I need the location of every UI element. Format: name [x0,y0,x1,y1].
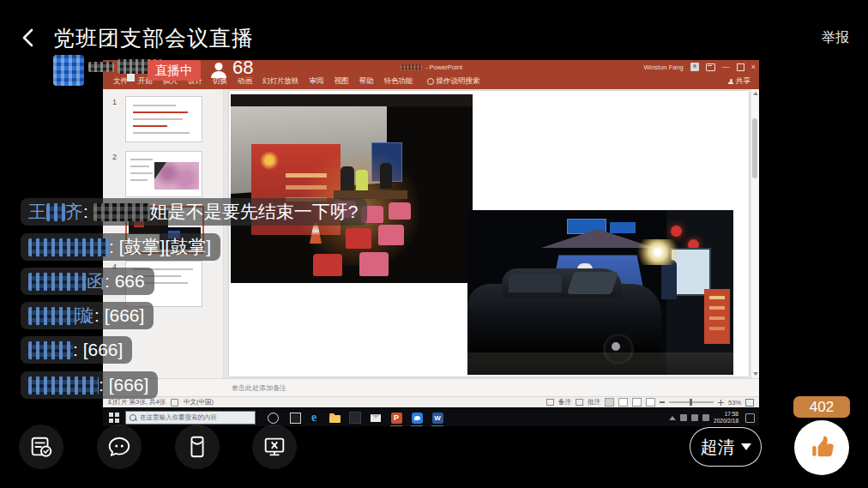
pedestrian-figure [661,260,677,299]
slide-number: 3 [112,208,117,216]
red-lantern [671,226,682,237]
cortana-icon [268,413,279,424]
taskbar-search-box: 在这里输入你要搜索的内容 [125,411,256,425]
thumb-photo [160,227,201,250]
status-bar-right: 备注 批注 53% [546,398,754,407]
stop-screen-share-button[interactable] [252,425,297,469]
notes-toggle-icon [546,399,554,406]
slide-thumbnail-2 [125,151,202,197]
network-icon [680,414,687,421]
party-emblem [260,151,279,170]
slide-edit-area [224,89,751,378]
slide-sorter-view-icon [618,398,628,407]
reading-view-icon [632,398,642,407]
ribbon-display-icon [706,63,715,71]
ribbon-tab: 特色功能 [379,76,419,87]
plastic-stool [334,201,356,218]
thumb-text-line [133,132,190,134]
black-car [467,284,661,359]
red-packet-button[interactable] [175,425,220,469]
slide-number: 2 [112,153,117,161]
normal-view-icon [605,398,614,407]
edge-icon: e [311,411,316,425]
censored-name-blur [28,307,76,325]
orange-banner [704,289,730,344]
chat-username: 齐 [65,202,83,221]
tell-me-bulb-icon [427,78,434,85]
ppt-body: 1 2 3 [103,89,759,378]
share-person-icon [728,79,733,84]
like-button[interactable] [794,420,849,475]
ribbon-tab: 幻灯片放映 [257,76,304,87]
thumb-text-line [133,111,188,113]
store-icon [349,412,361,424]
ribbon-tab: 视图 [329,76,354,87]
viewer-count: 68 [232,57,253,79]
ppt-scrollbar [750,89,759,378]
plastic-stool [378,225,404,245]
thumb-text-line [133,125,167,127]
car-windshield [567,272,618,294]
worker-figure [341,166,354,192]
restore-icon [737,63,744,71]
taskbar-store-app [347,408,363,426]
slide-thumbnail-3-selected [125,206,204,254]
photo-night-checkpoint [231,94,473,283]
ppt-ribbon-tabs: 文件开始插入设计切换动画幻灯片放映审阅视图帮助特色功能 操作说明搜索 共享 [103,74,759,89]
ppt-window-controls: Winston Fang — × [643,60,756,74]
input-method-icon [702,414,709,421]
zoom-slider-knob [690,399,692,406]
search-placeholder: 在这里输入你要搜索的内容 [140,413,217,422]
chat-username: 王 [28,202,46,221]
back-button[interactable] [15,24,43,51]
comment-button[interactable] [97,425,142,469]
notes-toggle-label: 备注 [558,398,571,407]
streamer-name-blur [88,62,114,72]
caret-down-icon [741,443,751,450]
word-icon: W [432,413,443,424]
active-app-underline [390,425,402,426]
live-status-badge: 直播中 [148,60,201,81]
video-stream: - PowerPoint Winston Fang — × 文件开始插入设计切换… [103,60,759,426]
plastic-stool [346,228,371,249]
taskbar-explorer-app [327,408,342,426]
viewer-count-icon [208,60,229,84]
scrollbar-thumb [752,118,757,178]
comments-toggle-label: 批注 [588,398,600,407]
slide-number: 4 [112,262,117,271]
thumb-text-line [130,166,149,167]
powerpoint-icon: P [391,413,402,424]
plastic-stool [313,254,342,276]
task-view-icon [290,413,301,424]
sign-in-button[interactable] [19,425,63,469]
worker-figure [380,163,392,189]
windows-taskbar: 在这里输入你要搜索的内容 e P W 17:58 2020/2/18 [103,407,759,426]
ribbon-tab: 帮助 [354,76,379,87]
note-check-icon [28,434,54,460]
ppt-document-title: - PowerPoint [400,60,462,74]
wet-ground [467,352,733,375]
slide-thumbnail-1 [125,96,202,142]
thumb-text-line [133,118,183,120]
search-icon [130,414,136,421]
active-app-underline [431,425,443,426]
thumb-text-line [133,275,181,277]
slide-thumbnail-4 [125,261,202,307]
thumb-text-line [130,179,148,181]
share-control: 共享 [728,76,759,87]
slide-thumbnail-panel: 1 2 3 [103,89,224,378]
quality-selector[interactable]: 超清 [690,427,762,467]
person-icon [208,60,229,81]
scroll-up-arrow-icon [753,92,758,95]
live-stream-app: 党班团支部会议直播 举报 - PowerPoint Winston Fang —… [0,0,868,488]
powerpoint-window: - PowerPoint Winston Fang — × 文件开始插入设计切换… [103,60,759,407]
comment-bubble-icon [106,434,132,460]
plastic-stool [361,206,383,223]
thumb-text-line [133,282,188,284]
page-title: 党班团支部会议直播 [53,24,254,52]
report-button[interactable]: 举报 [822,29,849,47]
comments-toggle-icon [576,399,583,406]
reflective-vest-figure [356,170,368,192]
slide-counter: 幻灯片 第3张, 共4张 [108,398,166,407]
thumb-text-line [130,159,153,160]
